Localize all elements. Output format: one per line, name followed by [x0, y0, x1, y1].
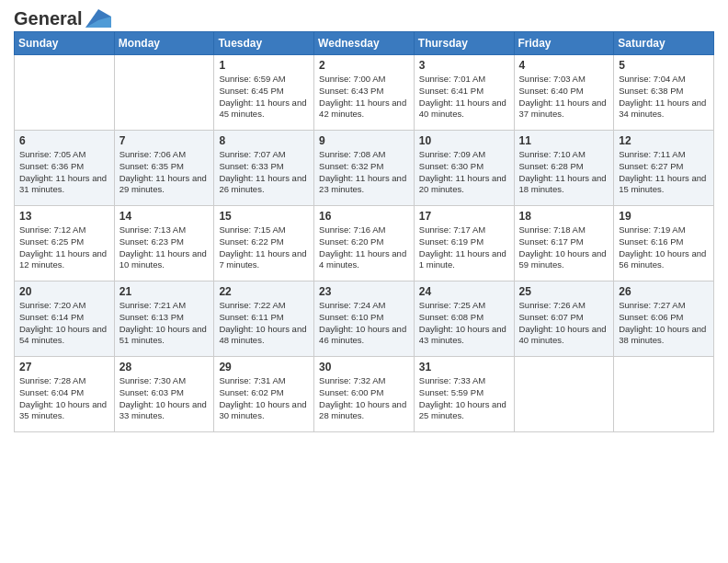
day-info: Sunrise: 7:06 AMSunset: 6:35 PMDaylight:…: [119, 149, 210, 196]
day-number: 29: [219, 361, 309, 373]
day-number: 26: [619, 285, 709, 298]
day-info: Sunrise: 7:08 AMSunset: 6:32 PMDaylight:…: [319, 149, 409, 196]
day-info: Sunrise: 7:17 AMSunset: 6:19 PMDaylight:…: [419, 224, 509, 271]
day-number: 6: [19, 134, 109, 147]
day-info: Sunrise: 7:21 AMSunset: 6:13 PMDaylight:…: [119, 300, 210, 347]
calendar-cell: [114, 55, 214, 131]
day-number: 25: [519, 285, 609, 298]
calendar-cell: 25Sunrise: 7:26 AMSunset: 6:07 PMDayligh…: [514, 282, 614, 357]
calendar-cell: 5Sunrise: 7:04 AMSunset: 6:38 PMDaylight…: [614, 55, 714, 131]
calendar-week-row: 6Sunrise: 7:05 AMSunset: 6:36 PMDaylight…: [15, 131, 714, 206]
page-container: General SundayMondayTuesdayWednesdayThur…: [0, 0, 728, 442]
calendar-week-row: 27Sunrise: 7:28 AMSunset: 6:04 PMDayligh…: [15, 357, 714, 432]
day-number: 5: [619, 59, 709, 72]
calendar-cell: 10Sunrise: 7:09 AMSunset: 6:30 PMDayligh…: [414, 131, 514, 206]
day-number: 21: [119, 285, 210, 298]
header: General: [14, 9, 714, 26]
day-number: 15: [219, 210, 309, 223]
day-number: 9: [319, 134, 409, 147]
day-info: Sunrise: 7:11 AMSunset: 6:27 PMDaylight:…: [619, 149, 709, 196]
day-info: Sunrise: 7:30 AMSunset: 6:03 PMDaylight:…: [119, 375, 210, 422]
day-number: 16: [319, 210, 409, 223]
day-number: 27: [19, 361, 109, 373]
day-info: Sunrise: 7:22 AMSunset: 6:11 PMDaylight:…: [219, 300, 309, 347]
day-number: 30: [319, 361, 409, 373]
day-info: Sunrise: 7:24 AMSunset: 6:10 PMDaylight:…: [319, 300, 409, 347]
calendar-cell: [15, 55, 115, 131]
calendar-cell: 30Sunrise: 7:32 AMSunset: 6:00 PMDayligh…: [314, 357, 415, 432]
day-header-wednesday: Wednesday: [314, 32, 415, 55]
day-header-saturday: Saturday: [614, 32, 714, 55]
day-info: Sunrise: 7:05 AMSunset: 6:36 PMDaylight:…: [19, 149, 109, 196]
calendar-cell: 17Sunrise: 7:17 AMSunset: 6:19 PMDayligh…: [414, 206, 514, 282]
calendar-cell: 24Sunrise: 7:25 AMSunset: 6:08 PMDayligh…: [414, 282, 514, 357]
day-header-sunday: Sunday: [15, 32, 115, 55]
day-number: 8: [219, 134, 309, 147]
day-number: 3: [419, 59, 509, 72]
calendar-cell: 20Sunrise: 7:20 AMSunset: 6:14 PMDayligh…: [15, 282, 115, 357]
day-info: Sunrise: 7:28 AMSunset: 6:04 PMDaylight:…: [19, 375, 109, 422]
calendar-cell: 8Sunrise: 7:07 AMSunset: 6:33 PMDaylight…: [214, 131, 314, 206]
day-info: Sunrise: 7:19 AMSunset: 6:16 PMDaylight:…: [619, 224, 709, 271]
day-number: 13: [19, 210, 109, 223]
day-info: Sunrise: 7:18 AMSunset: 6:17 PMDaylight:…: [519, 224, 609, 271]
calendar-header-row: SundayMondayTuesdayWednesdayThursdayFrid…: [15, 32, 714, 55]
calendar-cell: 18Sunrise: 7:18 AMSunset: 6:17 PMDayligh…: [514, 206, 614, 282]
day-info: Sunrise: 7:31 AMSunset: 6:02 PMDaylight:…: [219, 375, 309, 422]
day-header-friday: Friday: [514, 32, 614, 55]
day-number: 11: [519, 134, 609, 147]
day-info: Sunrise: 7:01 AMSunset: 6:41 PMDaylight:…: [419, 74, 509, 121]
calendar-cell: 16Sunrise: 7:16 AMSunset: 6:20 PMDayligh…: [314, 206, 415, 282]
calendar-cell: 15Sunrise: 7:15 AMSunset: 6:22 PMDayligh…: [214, 206, 314, 282]
calendar-cell: 26Sunrise: 7:27 AMSunset: 6:06 PMDayligh…: [614, 282, 714, 357]
calendar-cell: 4Sunrise: 7:03 AMSunset: 6:40 PMDaylight…: [514, 55, 614, 131]
day-info: Sunrise: 7:12 AMSunset: 6:25 PMDaylight:…: [19, 224, 109, 271]
day-number: 31: [419, 361, 509, 373]
day-info: Sunrise: 7:09 AMSunset: 6:30 PMDaylight:…: [419, 149, 509, 196]
day-number: 10: [419, 134, 509, 147]
calendar-cell: 2Sunrise: 7:00 AMSunset: 6:43 PMDaylight…: [314, 55, 415, 131]
day-info: Sunrise: 7:15 AMSunset: 6:22 PMDaylight:…: [219, 224, 309, 271]
day-info: Sunrise: 7:04 AMSunset: 6:38 PMDaylight:…: [619, 74, 709, 121]
calendar-cell: 23Sunrise: 7:24 AMSunset: 6:10 PMDayligh…: [314, 282, 415, 357]
day-info: Sunrise: 7:25 AMSunset: 6:08 PMDaylight:…: [419, 300, 509, 347]
day-number: 28: [119, 361, 210, 373]
calendar-cell: 31Sunrise: 7:33 AMSunset: 5:59 PMDayligh…: [414, 357, 514, 432]
calendar-cell: 1Sunrise: 6:59 AMSunset: 6:45 PMDaylight…: [214, 55, 314, 131]
day-info: Sunrise: 7:10 AMSunset: 6:28 PMDaylight:…: [519, 149, 609, 196]
logo-general: General: [14, 8, 82, 29]
calendar-cell: 12Sunrise: 7:11 AMSunset: 6:27 PMDayligh…: [614, 131, 714, 206]
day-info: Sunrise: 7:32 AMSunset: 6:00 PMDaylight:…: [319, 375, 409, 422]
day-number: 23: [319, 285, 409, 298]
calendar-week-row: 1Sunrise: 6:59 AMSunset: 6:45 PMDaylight…: [15, 55, 714, 131]
day-info: Sunrise: 7:27 AMSunset: 6:06 PMDaylight:…: [619, 300, 709, 347]
day-number: 24: [419, 285, 509, 298]
calendar-cell: 3Sunrise: 7:01 AMSunset: 6:41 PMDaylight…: [414, 55, 514, 131]
calendar-week-row: 13Sunrise: 7:12 AMSunset: 6:25 PMDayligh…: [15, 206, 714, 282]
calendar-cell: 13Sunrise: 7:12 AMSunset: 6:25 PMDayligh…: [15, 206, 115, 282]
day-header-tuesday: Tuesday: [214, 32, 314, 55]
logo: General: [14, 9, 111, 26]
calendar-cell: 7Sunrise: 7:06 AMSunset: 6:35 PMDaylight…: [114, 131, 214, 206]
day-number: 14: [119, 210, 210, 223]
day-number: 20: [19, 285, 109, 298]
day-info: Sunrise: 7:00 AMSunset: 6:43 PMDaylight:…: [319, 74, 409, 121]
calendar-cell: [514, 357, 614, 432]
day-info: Sunrise: 6:59 AMSunset: 6:45 PMDaylight:…: [219, 74, 309, 121]
day-number: 4: [519, 59, 609, 72]
day-info: Sunrise: 7:07 AMSunset: 6:33 PMDaylight:…: [219, 149, 309, 196]
day-info: Sunrise: 7:20 AMSunset: 6:14 PMDaylight:…: [19, 300, 109, 347]
day-number: 12: [619, 134, 709, 147]
day-number: 22: [219, 285, 309, 298]
calendar-table: SundayMondayTuesdayWednesdayThursdayFrid…: [14, 31, 714, 432]
day-number: 2: [319, 59, 409, 72]
calendar-cell: 22Sunrise: 7:22 AMSunset: 6:11 PMDayligh…: [214, 282, 314, 357]
calendar-cell: 19Sunrise: 7:19 AMSunset: 6:16 PMDayligh…: [614, 206, 714, 282]
calendar-cell: 27Sunrise: 7:28 AMSunset: 6:04 PMDayligh…: [15, 357, 115, 432]
calendar-cell: [614, 357, 714, 432]
day-number: 19: [619, 210, 709, 223]
calendar-cell: 29Sunrise: 7:31 AMSunset: 6:02 PMDayligh…: [214, 357, 314, 432]
day-header-thursday: Thursday: [414, 32, 514, 55]
day-info: Sunrise: 7:13 AMSunset: 6:23 PMDaylight:…: [119, 224, 210, 271]
calendar-cell: 6Sunrise: 7:05 AMSunset: 6:36 PMDaylight…: [15, 131, 115, 206]
